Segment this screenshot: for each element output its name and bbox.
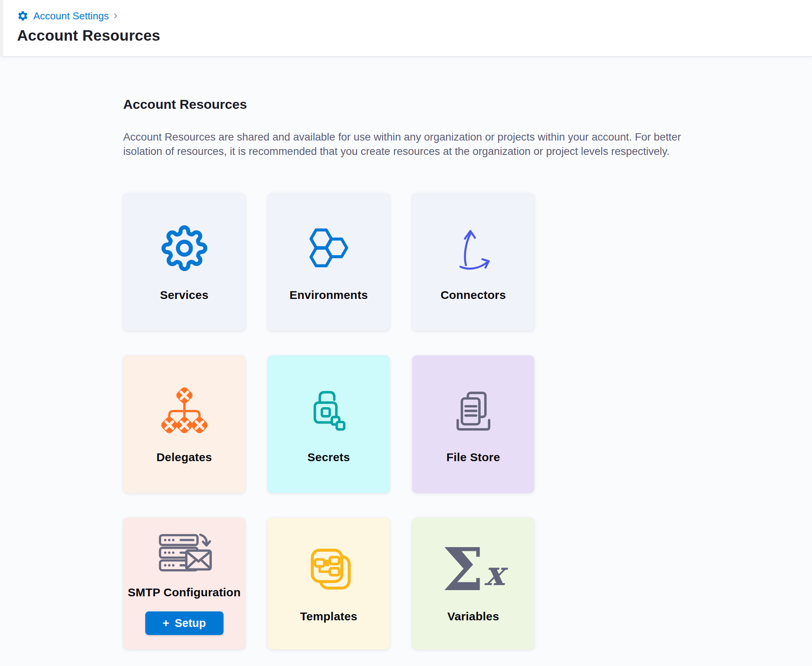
card-label: Connectors	[440, 288, 506, 302]
delegates-tree-icon	[160, 385, 209, 436]
card-connectors[interactable]: Connectors	[412, 193, 534, 331]
breadcrumb: Account Settings ›	[17, 10, 812, 22]
card-label: Environments	[289, 288, 368, 302]
card-label: Variables	[447, 610, 499, 623]
card-label: Services	[160, 288, 208, 302]
card-templates[interactable]: Templates	[268, 518, 390, 649]
section-description: Account Resources are shared and availab…	[123, 130, 693, 158]
card-label: SMTP Configuration	[128, 586, 241, 599]
card-file-store[interactable]: File Store	[412, 355, 534, 493]
main-content: Account Resources Account Resources are …	[0, 57, 812, 649]
card-label: Templates	[300, 610, 358, 623]
card-delegates[interactable]: Delegates	[123, 355, 245, 493]
card-label: File Store	[446, 451, 500, 464]
page-header: Account Settings › Account Resources	[0, 0, 812, 57]
card-services[interactable]: Services	[123, 193, 245, 331]
section-title: Account Resources	[123, 97, 812, 112]
sigma-glyph: Σ	[442, 540, 483, 599]
card-label: Secrets	[308, 451, 350, 464]
templates-stack-icon	[305, 544, 353, 595]
card-label: Delegates	[157, 451, 212, 464]
x-glyph: x	[485, 557, 504, 590]
smtp-setup-button[interactable]: + Setup	[145, 611, 224, 635]
breadcrumb-separator: ›	[114, 9, 117, 21]
card-variables[interactable]: Σx Variables	[412, 518, 534, 649]
padlock-chain-icon	[304, 385, 354, 436]
page-title: Account Resources	[17, 27, 812, 44]
account-settings-gear-icon	[17, 10, 29, 22]
plus-icon: +	[162, 616, 169, 630]
resource-card-grid: Services Environments	[123, 193, 812, 649]
documents-tray-icon	[449, 385, 497, 436]
mail-server-icon	[155, 532, 213, 576]
sigma-x-icon: Σx	[442, 544, 504, 595]
gear-icon	[162, 223, 207, 274]
card-environments[interactable]: Environments	[268, 193, 390, 331]
hexagons-icon	[303, 223, 354, 274]
breadcrumb-account-settings-link[interactable]: Account Settings	[33, 11, 109, 21]
card-secrets[interactable]: Secrets	[268, 355, 390, 493]
card-smtp-configuration[interactable]: SMTP Configuration + Setup	[123, 518, 245, 649]
connect-arrows-icon	[449, 223, 497, 274]
left-edge-strip	[0, 0, 3, 57]
setup-button-label: Setup	[175, 617, 206, 630]
